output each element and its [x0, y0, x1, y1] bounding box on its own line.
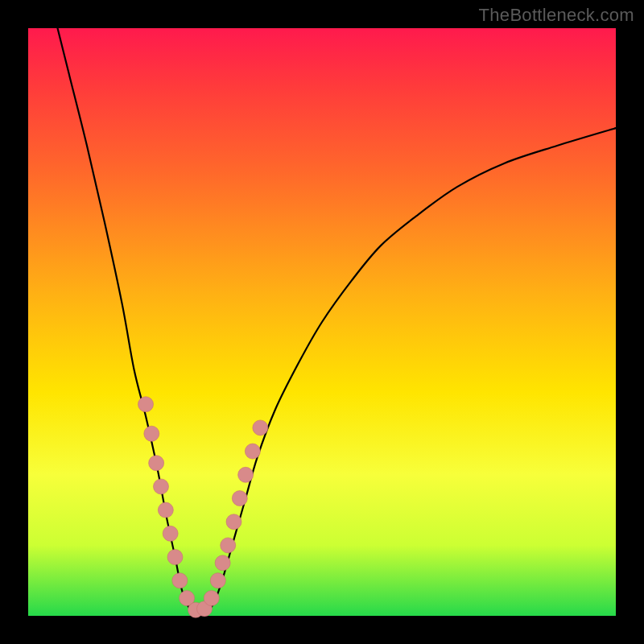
- curve-marker: [144, 426, 159, 441]
- curve-layer: [28, 28, 616, 616]
- curve-marker: [172, 573, 188, 588]
- curve-marker: [232, 491, 247, 506]
- v-curve: [58, 28, 617, 614]
- curve-marker: [204, 591, 219, 606]
- curve-marker: [163, 526, 178, 541]
- marker-group: [138, 397, 268, 618]
- curve-marker: [153, 479, 168, 494]
- curve-marker: [245, 444, 260, 459]
- chart-frame: TheBottleneck.com: [0, 0, 644, 644]
- curve-marker: [138, 397, 154, 412]
- curve-marker: [226, 514, 242, 530]
- curve-marker: [210, 573, 225, 588]
- curve-marker: [253, 420, 268, 436]
- curve-marker: [221, 538, 236, 553]
- curve-marker: [167, 550, 183, 565]
- curve-marker: [149, 456, 164, 471]
- curve-marker: [215, 555, 230, 571]
- curve-marker: [238, 467, 254, 482]
- watermark-text: TheBottleneck.com: [479, 5, 634, 26]
- curve-marker: [158, 502, 173, 518]
- plot-area: [28, 28, 616, 616]
